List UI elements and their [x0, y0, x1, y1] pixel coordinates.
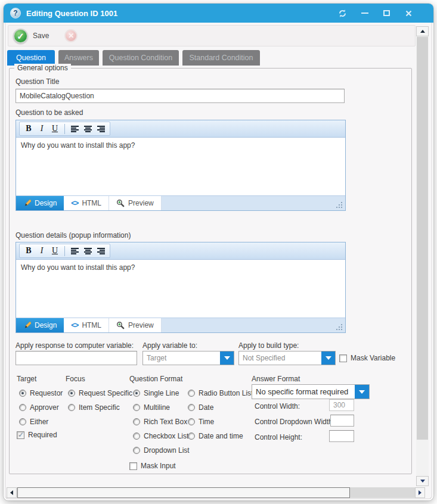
focus-request-specific-option[interactable]: Request Specific — [68, 389, 132, 397]
pencil-icon — [23, 322, 31, 329]
align-right-icon[interactable] — [95, 245, 107, 257]
question-title-input[interactable] — [16, 89, 345, 103]
scroll-left-button[interactable] — [7, 487, 17, 498]
align-center-icon[interactable] — [82, 123, 94, 135]
toolbar-separator — [64, 124, 65, 134]
question-details-text[interactable]: Why do you want to install this app? — [16, 260, 345, 318]
format-single-line-option[interactable]: Single Line — [133, 389, 179, 397]
preview-mode-tab[interactable]: Preview — [109, 318, 162, 332]
apply-build-type-dropdown[interactable]: Not Specified — [238, 351, 336, 365]
radio-checkbox-list[interactable] — [133, 433, 140, 440]
editor-resize-grip[interactable] — [336, 201, 343, 208]
italic-button[interactable]: I — [36, 245, 48, 257]
dropdown-arrow-icon[interactable] — [220, 351, 234, 365]
answer-format-label: Answer Format — [252, 375, 300, 383]
format-checkbox-list-option[interactable]: Checkbox List — [133, 432, 188, 440]
editor-mode-strip: Design <> HTML Preview — [16, 195, 345, 210]
titlebar[interactable]: ? Editing Question ID 1001 — [4, 4, 433, 23]
cancel-button-disabled: ✕ — [64, 29, 78, 42]
horizontal-scroll-thumb[interactable] — [17, 487, 350, 498]
mask-variable-option[interactable]: Mask Variable — [339, 354, 395, 362]
underline-button[interactable]: U — [49, 123, 61, 135]
response-variable-label: Apply response to computer variable: — [16, 341, 134, 350]
align-left-icon[interactable] — [69, 245, 80, 257]
required-checkbox[interactable] — [17, 431, 24, 439]
design-mode-tab[interactable]: Design — [16, 196, 64, 210]
apply-variable-to-dropdown[interactable]: Target — [142, 351, 234, 365]
target-group-label: Target — [17, 375, 36, 383]
response-variable-input[interactable] — [16, 351, 137, 365]
radio-date-and-time[interactable] — [188, 433, 195, 440]
preview-mode-tab[interactable]: Preview — [109, 196, 162, 210]
target-requestor-option[interactable]: Requestor — [19, 389, 63, 397]
radio-item-specific[interactable] — [68, 404, 75, 411]
underline-button[interactable]: U — [49, 245, 61, 257]
close-icon[interactable] — [404, 9, 413, 18]
target-either-option[interactable]: Either — [19, 418, 48, 426]
radio-requestor[interactable] — [19, 390, 26, 397]
italic-button[interactable]: I — [36, 123, 48, 135]
mask-variable-checkbox[interactable] — [339, 354, 347, 362]
radio-either[interactable] — [19, 418, 26, 425]
required-option[interactable]: Required — [17, 431, 57, 439]
mask-input-option[interactable]: Mask Input — [129, 462, 176, 470]
save-label[interactable]: Save — [33, 32, 49, 40]
bold-button[interactable]: B — [23, 123, 35, 135]
radio-approver[interactable] — [19, 404, 26, 411]
format-date-and-time-option[interactable]: Date and time — [188, 432, 243, 440]
format-rich-text-box-option[interactable]: Rich Text Box — [133, 418, 187, 426]
mask-input-checkbox[interactable] — [129, 462, 137, 470]
html-mode-tab[interactable]: <> HTML — [64, 196, 109, 210]
format-radio-button-list-option[interactable]: Radio Button List — [188, 389, 253, 397]
radio-request-specific[interactable] — [68, 390, 75, 397]
help-icon[interactable]: ? — [10, 8, 21, 18]
align-right-icon[interactable] — [95, 123, 107, 135]
design-mode-tab[interactable]: Design — [16, 318, 64, 332]
radio-radio-button-list[interactable] — [188, 390, 195, 397]
general-options-group: General options Question Title Question … — [9, 68, 412, 474]
minimize-icon[interactable] — [360, 9, 369, 18]
code-icon: <> — [71, 199, 78, 207]
scroll-up-button[interactable] — [416, 26, 429, 36]
focus-group-label: Focus — [66, 375, 85, 383]
question-asked-text[interactable]: Why do you want to install this app? — [16, 138, 345, 195]
scroll-down-button[interactable] — [416, 476, 429, 486]
question-asked-label: Question to be asked — [16, 108, 83, 117]
radio-multiline[interactable] — [133, 404, 140, 411]
editor-resize-grip[interactable] — [336, 323, 343, 330]
horizontal-scrollbar[interactable] — [7, 487, 425, 498]
align-center-icon[interactable] — [82, 245, 94, 257]
radio-date[interactable] — [188, 404, 195, 411]
align-left-icon[interactable] — [69, 123, 80, 135]
window-title: Editing Question ID 1001 — [26, 9, 117, 18]
target-approver-option[interactable]: Approver — [19, 403, 59, 412]
control-width-label: Control Width: — [255, 402, 300, 410]
dropdown-arrow-icon[interactable] — [321, 351, 335, 365]
control-width-input[interactable] — [329, 399, 354, 411]
radio-rich-text-box[interactable] — [133, 418, 140, 425]
control-dropdown-width-input[interactable] — [330, 415, 354, 427]
format-time-option[interactable]: Time — [188, 418, 214, 426]
scroll-right-button[interactable] — [415, 487, 425, 498]
radio-single-line[interactable] — [133, 390, 140, 397]
tab-standard-condition[interactable]: Standard Condition — [182, 50, 260, 66]
refresh-icon[interactable] — [338, 9, 347, 18]
apply-build-type-label: Apply to build type: — [238, 341, 299, 350]
format-date-option[interactable]: Date — [188, 403, 213, 412]
vertical-scrollbar[interactable] — [416, 26, 429, 486]
radio-dropdown-list[interactable] — [133, 447, 140, 454]
maximize-icon[interactable] — [382, 9, 391, 18]
html-mode-tab[interactable]: <> HTML — [64, 318, 109, 332]
format-multiline-option[interactable]: Multiline — [133, 403, 170, 412]
radio-time[interactable] — [188, 418, 195, 425]
format-dropdown-list-option[interactable]: Dropdown List — [133, 446, 190, 455]
answer-format-dropdown[interactable]: No specific format required — [252, 384, 370, 399]
control-height-input[interactable] — [329, 430, 354, 442]
tab-question-condition[interactable]: Question Condition — [103, 50, 179, 66]
command-toolbar: ✓ Save ✕ — [8, 25, 416, 46]
bold-button[interactable]: B — [23, 245, 35, 257]
focus-item-specific-option[interactable]: Item Specific — [68, 403, 120, 412]
dropdown-arrow-icon[interactable] — [355, 385, 369, 399]
vertical-scroll-thumb[interactable] — [417, 37, 428, 440]
save-button[interactable]: ✓ — [13, 29, 28, 43]
